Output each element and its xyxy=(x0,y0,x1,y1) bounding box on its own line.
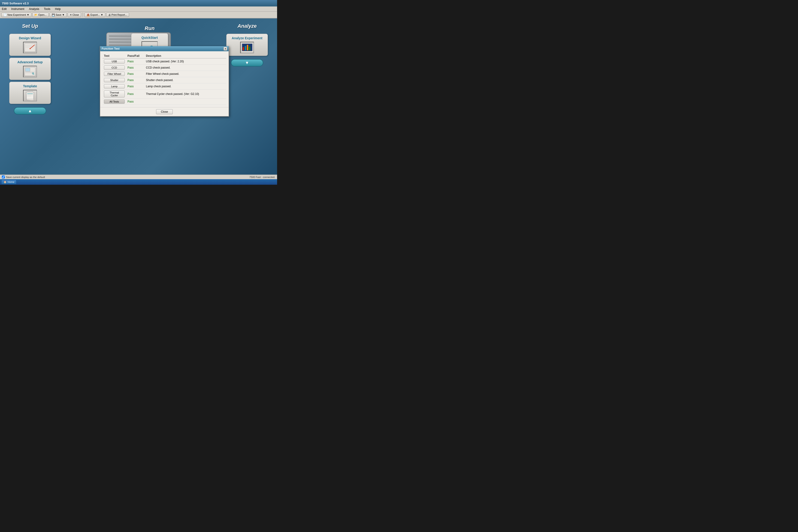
export-icon: 📤 xyxy=(87,13,90,16)
svg-point-5 xyxy=(30,48,31,49)
pass-fail-cell: Pass xyxy=(126,71,145,77)
svg-rect-21 xyxy=(245,46,246,50)
menu-bar: Edit Instrument Analysis Tools Help xyxy=(0,6,277,12)
quickstart-title: QuickStart xyxy=(141,36,158,39)
analyze-panel: Analyze Analyze Experiment ▼ xyxy=(224,23,270,66)
design-wizard-title: Design Wizard xyxy=(19,36,41,40)
close-icon: ✕ xyxy=(70,13,72,16)
analyze-arrow-down-button[interactable]: ▼ xyxy=(231,59,263,66)
table-row: CCDPassCCD check passed. xyxy=(102,65,226,71)
home-button[interactable]: 🏠 Home xyxy=(1,180,16,184)
test-button[interactable]: Filter Wheel xyxy=(104,72,125,76)
description-cell: Filter Wheel check passed. xyxy=(145,71,226,77)
design-wizard-icon xyxy=(23,42,37,53)
menu-edit[interactable]: Edit xyxy=(1,7,7,11)
save-default-label: Save current display as the default xyxy=(6,176,45,178)
analyze-heading: Analyze xyxy=(238,23,256,29)
test-cell: Filter Wheel xyxy=(102,71,126,77)
test-cell: All Tests xyxy=(102,99,126,105)
dialog-close-button[interactable]: ✕ xyxy=(224,47,227,51)
save-default-checkbox[interactable] xyxy=(2,175,5,178)
pass-fail-cell: Pass xyxy=(126,65,145,71)
title-bar: 7500 Software v2.3 xyxy=(0,0,277,6)
description-cell xyxy=(145,99,226,105)
col-pass-fail: Pass/Fail xyxy=(126,54,145,58)
test-table: Test Pass/Fail Description USBPassUSB ch… xyxy=(102,54,226,105)
menu-tools[interactable]: Tools xyxy=(43,7,51,11)
svg-rect-14 xyxy=(26,92,34,99)
close-button[interactable]: ✕ Close xyxy=(68,13,81,17)
pass-fail-cell: Pass xyxy=(126,99,145,105)
test-cell: Thermal Cycler xyxy=(102,90,126,99)
test-button[interactable]: Lamp xyxy=(104,84,125,89)
dialog-title-bar: Function Test ✕ xyxy=(100,46,229,51)
advanced-setup-card[interactable]: Advanced Setup xyxy=(9,58,51,80)
new-experiment-button[interactable]: 📄 New Experiment ▼ xyxy=(1,13,32,17)
arrow-down-icon: ▼ xyxy=(245,60,249,65)
table-row: USBPassUSB check passed. (Ver: 2.20) xyxy=(102,58,226,65)
save-button[interactable]: 💾 Save ▼ xyxy=(50,13,67,17)
setup-arrow-up-button[interactable]: ▲ xyxy=(14,107,46,115)
template-icon xyxy=(23,90,37,101)
advanced-setup-title: Advanced Setup xyxy=(17,60,43,64)
export-button[interactable]: 📤 Export... ▼ xyxy=(84,13,105,17)
test-cell: CCD xyxy=(102,65,126,71)
menu-help[interactable]: Help xyxy=(54,7,62,11)
design-wizard-card[interactable]: Design Wizard xyxy=(9,34,51,56)
function-test-dialog: Function Test ✕ Test Pass/Fail Descripti… xyxy=(100,46,229,117)
svg-rect-20 xyxy=(243,47,244,50)
template-card[interactable]: Template xyxy=(9,82,51,104)
table-row: Thermal CyclerPassThermal Cycler check p… xyxy=(102,90,226,99)
menu-analysis[interactable]: Analysis xyxy=(28,7,40,11)
test-button[interactable]: CCD xyxy=(104,65,125,70)
instrument-status: 7500 Fast : connected. xyxy=(249,176,275,178)
test-button[interactable]: Thermal Cycler xyxy=(104,91,125,97)
open-icon: 📂 xyxy=(34,13,38,16)
dialog-body: Test Pass/Fail Description USBPassUSB ch… xyxy=(100,51,229,107)
menu-instrument[interactable]: Instrument xyxy=(11,7,25,11)
analyze-experiment-card[interactable]: Analyze Experiment xyxy=(226,34,268,56)
col-description: Description xyxy=(145,54,226,58)
test-cell: USB xyxy=(102,58,126,65)
close-dialog-button[interactable]: Close xyxy=(156,109,173,114)
description-cell: CCD check passed. xyxy=(145,65,226,71)
svg-rect-22 xyxy=(247,45,248,50)
setup-heading: Set Up xyxy=(22,23,38,29)
dialog-footer: Close xyxy=(100,107,229,116)
description-cell: Shutter check passed. xyxy=(145,77,226,83)
app-title: 7500 Software v2.3 xyxy=(2,2,28,5)
save-icon: 💾 xyxy=(52,13,55,16)
pass-fail-cell: Pass xyxy=(126,58,145,65)
test-button[interactable]: All Tests xyxy=(104,99,125,104)
advanced-setup-icon xyxy=(23,66,37,77)
analyze-experiment-icon xyxy=(240,42,254,53)
table-row: All TestsPass xyxy=(102,99,226,105)
test-button[interactable]: USB xyxy=(104,59,125,63)
open-button[interactable]: 📂 Open... xyxy=(32,13,49,17)
home-icon: 🏠 xyxy=(3,180,7,184)
svg-rect-23 xyxy=(249,46,250,50)
arrow-up-icon: ▲ xyxy=(28,109,32,113)
analyze-experiment-title: Analyze Experiment xyxy=(232,36,262,40)
print-report-button[interactable]: 🖨 Print Report... xyxy=(106,13,129,17)
print-icon: 🖨 xyxy=(108,13,111,16)
dropdown-icon: ▼ xyxy=(62,13,65,16)
toolbar: 📄 New Experiment ▼ 📂 Open... 💾 Save ▼ ✕ … xyxy=(0,12,277,18)
test-cell: Lamp xyxy=(102,83,126,90)
col-test: Test xyxy=(102,54,126,58)
dropdown-icon: ▼ xyxy=(27,13,29,16)
test-cell: Shutter xyxy=(102,77,126,83)
setup-panel: Set Up Design Wizard Advanced Setup xyxy=(7,23,53,115)
test-table-body: USBPassUSB check passed. (Ver: 2.20)CCDP… xyxy=(102,58,226,105)
taskbar: 🏠 Home xyxy=(0,179,277,185)
table-row: LampPassLamp check passed. xyxy=(102,83,226,90)
svg-rect-7 xyxy=(25,68,30,71)
description-cell: USB check passed. (Ver: 2.20) xyxy=(145,58,226,65)
description-cell: Lamp check passed. xyxy=(145,83,226,90)
test-button[interactable]: Shutter xyxy=(104,78,125,82)
main-content: 7500 Real-Time PCR System Set Up Design … xyxy=(0,18,277,174)
template-title: Template xyxy=(23,84,37,88)
pass-fail-cell: Pass xyxy=(126,77,145,83)
description-cell: Thermal Cycler check passed. (Ver: G2.10… xyxy=(145,90,226,99)
new-experiment-icon: 📄 xyxy=(3,13,7,16)
